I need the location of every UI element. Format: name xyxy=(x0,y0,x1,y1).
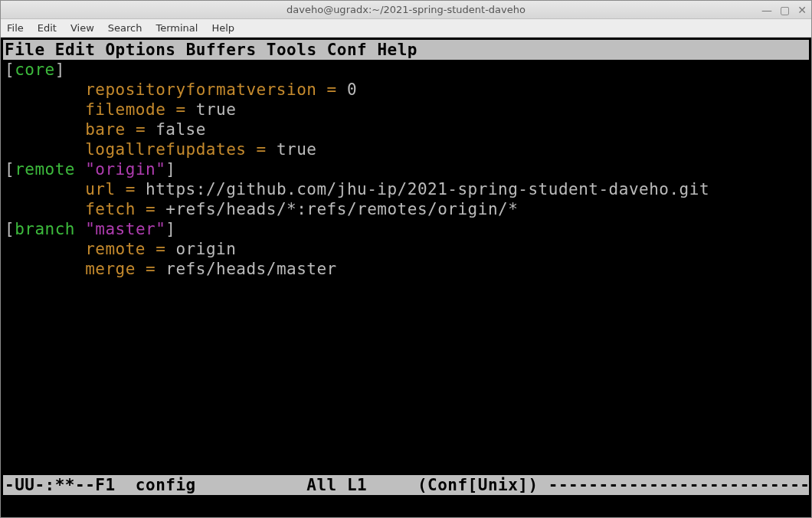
section-name: branch xyxy=(15,220,75,238)
property-key: remote xyxy=(85,240,146,258)
bracket-close-icon: ] xyxy=(165,160,175,179)
app-window: daveho@ugradx:~/2021-spring-student-dave… xyxy=(0,0,812,518)
equals-sign: = xyxy=(146,240,175,258)
emacs-menu-tools[interactable]: Tools xyxy=(267,41,317,59)
property-value: true xyxy=(196,100,237,119)
equals-sign: = xyxy=(136,200,165,218)
property-value: 0 xyxy=(347,80,357,99)
emacs-menu-edit[interactable]: Edit xyxy=(55,41,96,59)
section-subname: "master" xyxy=(85,220,165,238)
section-name: remote xyxy=(15,160,75,179)
minimize-icon[interactable]: — xyxy=(761,5,772,15)
os-menubar: File Edit View Search Terminal Help xyxy=(1,19,811,38)
property-value: refs/heads/master xyxy=(165,260,336,278)
minibuffer[interactable] xyxy=(3,495,809,515)
config-property: url = https://github.com/jhu-ip/2021-spr… xyxy=(5,179,807,199)
equals-sign: = xyxy=(246,140,276,159)
os-menu-file[interactable]: File xyxy=(7,22,24,34)
bracket-open-icon: [ xyxy=(5,160,15,179)
property-key: repositoryformatversion xyxy=(85,80,316,99)
config-property: fetch = +refs/heads/*:refs/remotes/origi… xyxy=(5,199,807,219)
config-property: bare = false xyxy=(5,120,807,139)
window-title: daveho@ugradx:~/2021-spring-student-dave… xyxy=(286,4,526,15)
emacs-menu-conf[interactable]: Conf xyxy=(327,41,368,59)
config-property: filemode = true xyxy=(5,100,807,120)
section-name: core xyxy=(15,61,55,79)
emacs-menu-file[interactable]: File xyxy=(5,41,45,59)
os-menu-edit[interactable]: Edit xyxy=(38,22,57,34)
property-key: url xyxy=(85,180,115,198)
window-controls: — ▢ ✕ xyxy=(761,1,807,19)
property-value: false xyxy=(156,120,206,139)
property-value: origin xyxy=(175,240,236,258)
property-value: https://github.com/jhu-ip/2021-spring-st… xyxy=(146,180,709,198)
equals-sign: = xyxy=(116,180,146,198)
config-section-header: [core] xyxy=(5,60,807,80)
property-key: filemode xyxy=(85,100,165,119)
config-property: merge = refs/heads/master xyxy=(5,259,807,279)
os-menu-help[interactable]: Help xyxy=(211,22,234,34)
bracket-open-icon: [ xyxy=(5,61,15,79)
editor-area[interactable]: [core] repositoryformatversion = 0 filem… xyxy=(3,60,809,475)
bracket-close-icon: ] xyxy=(165,220,175,238)
titlebar[interactable]: daveho@ugradx:~/2021-spring-student-dave… xyxy=(1,1,811,19)
os-menu-view[interactable]: View xyxy=(70,22,94,34)
emacs-menu-buffers[interactable]: Buffers xyxy=(186,41,257,59)
property-key: bare xyxy=(85,120,126,139)
bracket-close-icon: ] xyxy=(55,61,65,79)
property-key: fetch xyxy=(85,200,136,218)
config-property: remote = origin xyxy=(5,239,807,259)
property-key: merge xyxy=(85,260,136,278)
emacs-menubar: File Edit Options Buffers Tools Conf Hel… xyxy=(3,40,809,60)
emacs-menu-help[interactable]: Help xyxy=(377,41,417,59)
config-property: logallrefupdates = true xyxy=(5,139,807,159)
config-section-header: [remote "origin"] xyxy=(5,159,807,179)
modeline: -UU-:**--F1 config All L1 (Conf[Unix]) -… xyxy=(3,475,809,495)
os-menu-terminal[interactable]: Terminal xyxy=(156,22,198,34)
emacs-menu-options[interactable]: Options xyxy=(105,41,175,59)
maximize-icon[interactable]: ▢ xyxy=(780,5,790,15)
close-icon[interactable]: ✕ xyxy=(797,5,807,15)
terminal: File Edit Options Buffers Tools Conf Hel… xyxy=(1,38,811,517)
property-key: logallrefupdates xyxy=(85,140,246,159)
modeline-left: -UU-:**--F1 config xyxy=(5,476,216,494)
modeline-dashes: ----------------------------- xyxy=(548,476,812,494)
config-section-header: [branch "master"] xyxy=(5,219,807,239)
equals-sign: = xyxy=(126,120,156,139)
os-menu-search[interactable]: Search xyxy=(108,22,142,34)
bracket-open-icon: [ xyxy=(5,220,15,238)
section-subname: "origin" xyxy=(85,160,165,179)
modeline-status: All L1 (Conf[Unix]) xyxy=(267,476,548,494)
property-value: +refs/heads/*:refs/remotes/origin/* xyxy=(165,200,518,218)
emacs-frame: File Edit Options Buffers Tools Conf Hel… xyxy=(2,39,810,516)
config-property: repositoryformatversion = 0 xyxy=(5,80,807,100)
equals-sign: = xyxy=(136,260,165,278)
equals-sign: = xyxy=(165,100,195,119)
property-value: true xyxy=(277,140,317,159)
equals-sign: = xyxy=(316,80,346,99)
